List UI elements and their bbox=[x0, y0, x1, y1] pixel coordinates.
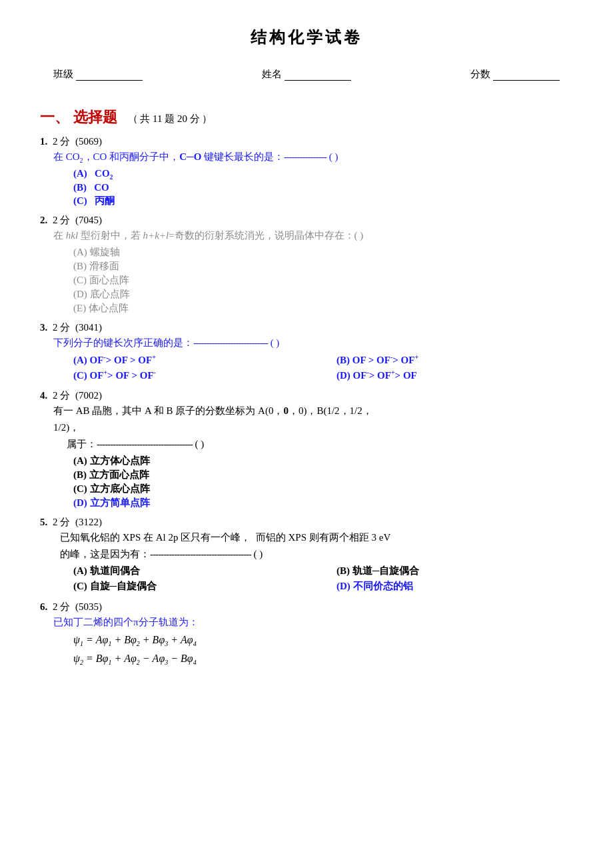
q3-option-b: (B) OF > OF-> OF+ bbox=[336, 353, 573, 366]
q6-score: 2 分 bbox=[50, 601, 73, 613]
q4-option-b: (B) 立方面心点阵 bbox=[73, 469, 573, 481]
q2-option-e: (E) 体心点阵 bbox=[73, 302, 573, 315]
q3-header: 3. 2 分 (3041) bbox=[40, 321, 573, 334]
question-3: 3. 2 分 (3041) 下列分子的键长次序正确的是：------------… bbox=[40, 321, 573, 383]
name-field: 姓名 bbox=[262, 68, 351, 81]
q5-id: (3122) bbox=[75, 517, 102, 528]
q2-options: (A) 螺旋轴 (B) 滑移面 (C) 面心点阵 (D) 底心点阵 (E) 体心… bbox=[73, 246, 573, 315]
q2-option-c: (C) 面心点阵 bbox=[73, 274, 573, 287]
q3-options: (A) OF-> OF > OF+ (B) OF > OF-> OF+ (C) … bbox=[73, 353, 573, 383]
q1-option-c: (C) 丙酮 bbox=[73, 195, 573, 207]
q5-option-d: (D) 不同价态的铝 bbox=[336, 580, 573, 593]
q5-score: 2 分 bbox=[50, 516, 73, 529]
q4-option-d: (D) 立方简单点阵 bbox=[73, 497, 573, 509]
q2-num: 2. bbox=[40, 215, 47, 226]
q1-num: 1. bbox=[40, 136, 47, 147]
q3-score: 2 分 bbox=[50, 321, 73, 334]
q6-id: (5035) bbox=[75, 601, 102, 613]
q4-options: (A) 立方体心点阵 (B) 立方面心点阵 (C) 立方底心点阵 (D) 立方简… bbox=[73, 455, 573, 509]
section1-title: 一、 选择题 bbox=[40, 107, 117, 127]
header-info: 班级 姓名 分数 bbox=[40, 68, 573, 81]
question-6: 6. 2 分 (5035) 已知丁二烯的四个π分子轨道为： ψ1 = Aφ1 +… bbox=[40, 601, 573, 666]
q6-header: 6. 2 分 (5035) bbox=[40, 601, 573, 613]
q1-option-b: (B) CO bbox=[73, 182, 573, 193]
score-field: 分数 bbox=[470, 68, 560, 81]
q6-num: 6. bbox=[40, 601, 47, 613]
question-2: 2. 2 分 (7045) 在 hkl 型衍射中，若 h+k+l=奇数的衍射系统… bbox=[40, 214, 573, 315]
section1-meta: （ 共 11 题 20 分 ） bbox=[128, 113, 213, 125]
q4-body: 有一 AB 晶胞，其中 A 和 B 原子的分数坐标为 A(0，0，0)，B(1/… bbox=[53, 405, 573, 417]
q4-body2: 1/2)， bbox=[53, 421, 573, 434]
page-title: 结构化学试卷 bbox=[40, 27, 573, 48]
q4-option-c: (C) 立方底心点阵 bbox=[73, 483, 573, 495]
q1-header: 1. 2 分 (5069) bbox=[40, 135, 573, 148]
q1-score: 2 分 bbox=[50, 135, 73, 148]
q3-option-a: (A) OF-> OF > OF+ bbox=[73, 353, 310, 366]
section1-header: 一、 选择题 （ 共 11 题 20 分 ） bbox=[40, 107, 573, 127]
q1-body: 在 CO2，CO 和丙酮分子中，C─O 键键长最长的是：------------… bbox=[53, 151, 573, 164]
q5-num: 5. bbox=[40, 517, 47, 528]
q2-id: (7045) bbox=[75, 215, 102, 226]
q2-option-a: (A) 螺旋轴 bbox=[73, 246, 573, 259]
q5-body2: 的峰，这是因为有：-------------------------------… bbox=[60, 548, 573, 561]
q4-header: 4. 2 分 (7002) bbox=[40, 389, 573, 402]
q4-option-a: (A) 立方体心点阵 bbox=[73, 455, 573, 467]
question-4: 4. 2 分 (7002) 有一 AB 晶胞，其中 A 和 B 原子的分数坐标为… bbox=[40, 389, 573, 509]
q5-option-a: (A) 轨道间偶合 bbox=[73, 565, 310, 577]
q1-id: (5069) bbox=[75, 136, 102, 147]
q2-option-d: (D) 底心点阵 bbox=[73, 288, 573, 301]
q4-id: (7002) bbox=[75, 390, 102, 401]
q2-score: 2 分 bbox=[50, 214, 73, 227]
q3-option-c: (C) OF+> OF > OF- bbox=[73, 369, 310, 381]
question-1: 1. 2 分 (5069) 在 CO2，CO 和丙酮分子中，C─O 键键长最长的… bbox=[40, 135, 573, 207]
q3-option-d: (D) OF-> OF+> OF bbox=[336, 369, 573, 381]
q5-option-b: (B) 轨道─自旋偶合 bbox=[336, 565, 573, 577]
q5-header: 5. 2 分 (3122) bbox=[40, 516, 573, 529]
q6-body: 已知丁二烯的四个π分子轨道为： bbox=[53, 616, 573, 629]
q6-formula1: ψ1 = Aφ1 + Bφ2 + Bφ3 + Aφ4 bbox=[73, 634, 573, 647]
class-field: 班级 bbox=[53, 68, 143, 81]
q5-options: (A) 轨道间偶合 (B) 轨道─自旋偶合 (C) 自旋─自旋偶合 (D) 不同… bbox=[73, 565, 573, 594]
q3-body: 下列分子的键长次序正确的是：--------------------------… bbox=[53, 337, 573, 349]
q1-option-a: (A) CO2 bbox=[73, 168, 573, 181]
q2-body: 在 hkl 型衍射中，若 h+k+l=奇数的衍射系统消光，说明晶体中存在：( ) bbox=[53, 229, 573, 242]
q4-num: 4. bbox=[40, 390, 47, 401]
q1-options: (A) CO2 (B) CO (C) 丙酮 bbox=[73, 168, 573, 207]
q4-score: 2 分 bbox=[50, 389, 73, 402]
q4-body3: 属于：------------------------------------ … bbox=[67, 438, 573, 451]
q5-body: 已知氧化铝的 XPS 在 Al 2p 区只有一个峰， 而铝的 XPS 则有两个相… bbox=[60, 531, 573, 544]
question-5: 5. 2 分 (3122) 已知氧化铝的 XPS 在 Al 2p 区只有一个峰，… bbox=[40, 516, 573, 594]
q3-num: 3. bbox=[40, 322, 47, 333]
q5-option-c: (C) 自旋─自旋偶合 bbox=[73, 580, 310, 593]
q3-id: (3041) bbox=[75, 322, 102, 333]
q6-formula2: ψ2 = Bφ1 + Aφ2 − Aφ3 − Bφ4 bbox=[73, 653, 573, 666]
q2-header: 2. 2 分 (7045) bbox=[40, 214, 573, 227]
q2-option-b: (B) 滑移面 bbox=[73, 260, 573, 273]
